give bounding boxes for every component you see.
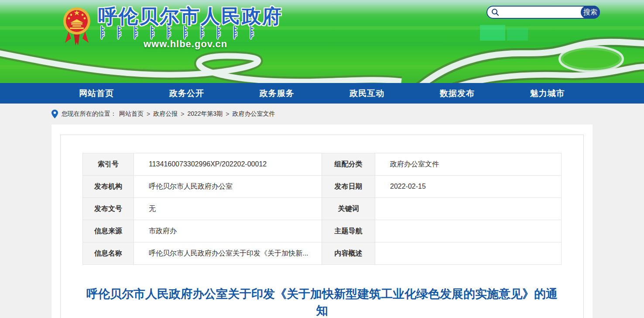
search-button[interactable]: 搜索: [581, 6, 600, 19]
breadcrumb-link-issue[interactable]: 2022年第3期: [187, 110, 223, 118]
nav-item-gov-info[interactable]: 政务公开: [142, 83, 232, 104]
meta-value-index-no: 1134160073302996XP/202202-00012: [134, 153, 322, 176]
meta-label-pub-date: 发布日期: [322, 176, 375, 198]
meta-value-summary: [375, 242, 562, 265]
nav-item-gov-service[interactable]: 政务服务: [232, 83, 322, 104]
meta-label-doc-no: 发布文号: [83, 198, 134, 220]
meta-label-issuer: 发布机构: [83, 176, 134, 198]
meta-label-summary: 内容概述: [322, 242, 375, 265]
breadcrumb-bar: 您现在所在的位置： 网站首页 > 政府公报 > 2022年第3期 > 政府办公室…: [0, 104, 644, 124]
meta-label-category: 组配分类: [322, 153, 375, 176]
breadcrumb-link-category[interactable]: 政府办公室文件: [233, 110, 275, 118]
table-row: 索引号 1134160073302996XP/202202-00012 组配分类…: [83, 153, 562, 176]
meta-value-pub-date: 2022-02-15: [375, 176, 562, 198]
meta-label-index-no: 索引号: [83, 153, 134, 176]
breadcrumb-separator: >: [226, 111, 229, 118]
china-national-emblem-icon: [62, 4, 91, 48]
meta-value-issuer: 呼伦贝尔市人民政府办公室: [134, 176, 322, 198]
meta-value-keywords: [375, 198, 562, 220]
meta-value-category: 政府办公室文件: [375, 153, 562, 176]
nav-item-city[interactable]: 魅力城市: [502, 83, 593, 104]
table-row: 发布机构 呼伦贝尔市人民政府办公室 发布日期 2022-02-15: [83, 176, 562, 198]
meta-label-topic-nav: 主题导航: [322, 220, 375, 242]
breadcrumb-separator: >: [147, 111, 150, 118]
nav-item-data[interactable]: 数据发布: [412, 83, 503, 104]
meta-value-info-name: 呼伦贝尔市人民政府办公室关于印发《关于加快新...: [134, 242, 322, 265]
meta-value-source: 市政府办: [134, 220, 322, 242]
breadcrumb: 您现在所在的位置： 网站首页 > 政府公报 > 2022年第3期 > 政府办公室…: [51, 104, 593, 124]
table-row: 发布文号 无 关键词: [83, 198, 562, 220]
breadcrumb-link-gazette[interactable]: 政府公报: [153, 110, 178, 118]
breadcrumb-label: 您现在所在的位置：: [62, 110, 116, 118]
search-input[interactable]: [502, 7, 581, 17]
nav-item-home[interactable]: 网站首页: [51, 83, 142, 104]
main-content: 索引号 1134160073302996XP/202202-00012 组配分类…: [51, 124, 593, 318]
meta-value-doc-no: 无: [134, 198, 322, 220]
document-meta-table: 索引号 1134160073302996XP/202202-00012 组配分类…: [82, 153, 562, 265]
meta-label-info-name: 信息名称: [83, 242, 134, 265]
main-nav: 网站首页 政务公开 政务服务 政民互动 数据发布 魅力城市: [0, 83, 644, 104]
table-row: 信息来源 市政府办 主题导航: [83, 220, 562, 242]
nav-item-interaction[interactable]: 政民互动: [322, 83, 412, 104]
meta-label-keywords: 关键词: [322, 198, 375, 220]
search-bar: 搜索: [486, 6, 600, 19]
breadcrumb-link-home[interactable]: 网站首页: [119, 110, 144, 118]
document-panel: 索引号 1134160073302996XP/202202-00012 组配分类…: [60, 135, 584, 318]
article-title: 呼伦贝尔市人民政府办公室关于印发《关于加快新型建筑工业化绿色发展的实施意见》的通…: [86, 286, 558, 318]
table-row: 信息名称 呼伦贝尔市人民政府办公室关于印发《关于加快新... 内容概述: [83, 242, 562, 265]
site-logo-home-link[interactable]: 呼伦贝尔市人民政府 www.hlbe.gov.cn: [62, 3, 272, 52]
map-pin-icon: [51, 110, 58, 118]
meta-label-source: 信息来源: [83, 220, 134, 242]
meta-value-topic-nav: [375, 220, 562, 242]
breadcrumb-separator: >: [181, 111, 184, 118]
search-icon: [491, 8, 499, 16]
site-url: www.hlbe.gov.cn: [144, 38, 227, 50]
header-banner: 呼伦贝尔市人民政府 www.hlbe.gov.cn: [0, 0, 644, 83]
